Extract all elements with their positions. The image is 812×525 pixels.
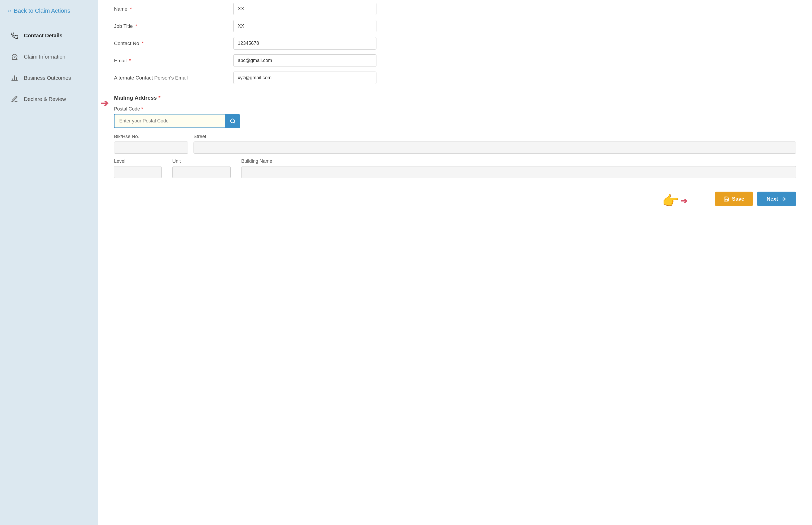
- sidebar-item-claim-information[interactable]: Claim Information: [2, 46, 96, 67]
- blk-field-group: Blk/Hse No.: [114, 134, 188, 154]
- chart-icon: [10, 73, 19, 82]
- contact-form: Name * Job Title * Contact No * Email: [114, 0, 796, 211]
- postal-required-star: *: [141, 106, 143, 111]
- contact-no-label: Contact No *: [114, 41, 228, 46]
- unit-label: Unit: [172, 159, 236, 164]
- job-title-input[interactable]: [233, 20, 377, 32]
- street-field-group: Street: [193, 134, 796, 154]
- back-label: Back to Claim Actions: [14, 7, 70, 14]
- next-button[interactable]: Next: [757, 192, 796, 206]
- sidebar-business-outcomes-label: Business Outcomes: [24, 75, 71, 81]
- sidebar: « Back to Claim Actions Contact Details …: [0, 0, 98, 525]
- level-label: Level: [114, 159, 167, 164]
- blk-label: Blk/Hse No.: [114, 134, 188, 139]
- name-label: Name *: [114, 6, 228, 12]
- svg-line-6: [234, 122, 235, 123]
- sidebar-item-contact-details[interactable]: Contact Details: [2, 25, 96, 46]
- name-input[interactable]: [233, 3, 377, 15]
- sidebar-item-business-outcomes[interactable]: Business Outcomes: [2, 68, 96, 88]
- sidebar-item-declare-review[interactable]: Declare & Review: [2, 89, 96, 109]
- job-title-row: Job Title *: [114, 20, 796, 32]
- phone-icon: [10, 31, 19, 40]
- name-row: Name *: [114, 3, 796, 15]
- bottom-action-bar: 👈 ➔ Save Next: [114, 192, 796, 211]
- building-label: Building Name: [241, 159, 796, 164]
- alt-email-label: Alternate Contact Person's Email: [114, 75, 228, 81]
- postal-search-button[interactable]: [225, 114, 240, 128]
- building-input[interactable]: [241, 166, 796, 178]
- street-input[interactable]: [193, 141, 796, 154]
- contact-no-required-star: *: [142, 41, 144, 46]
- next-label: Next: [767, 196, 778, 202]
- email-required-star: *: [129, 58, 131, 63]
- email-row: Email *: [114, 54, 796, 67]
- sidebar-contact-details-label: Contact Details: [24, 33, 62, 39]
- level-field-group: Level: [114, 159, 167, 178]
- name-required-star: *: [130, 6, 132, 12]
- unit-input[interactable]: [172, 166, 231, 178]
- job-title-label: Job Title *: [114, 23, 228, 29]
- mailing-required-star: *: [158, 95, 160, 101]
- unit-field-group: Unit: [172, 159, 236, 178]
- sidebar-claim-information-label: Claim Information: [24, 54, 65, 60]
- level-input[interactable]: [114, 166, 162, 178]
- svg-point-0: [14, 56, 15, 58]
- sidebar-declare-review-label: Declare & Review: [24, 96, 66, 102]
- level-unit-building-row: Level Unit Building Name: [114, 159, 796, 178]
- blk-street-row: Blk/Hse No. Street: [114, 134, 796, 154]
- save-button[interactable]: Save: [715, 192, 753, 206]
- alt-email-row: Alternate Contact Person's Email: [114, 72, 796, 84]
- mailing-address-heading: Mailing Address *: [114, 95, 796, 101]
- contact-no-row: Contact No *: [114, 37, 796, 49]
- email-label: Email *: [114, 58, 228, 64]
- piggy-bank-icon: [10, 52, 19, 61]
- email-input[interactable]: [233, 54, 377, 67]
- back-chevrons-icon: «: [8, 7, 11, 14]
- back-to-claim-actions-link[interactable]: « Back to Claim Actions: [0, 0, 98, 22]
- postal-code-row: [114, 114, 796, 128]
- save-label: Save: [732, 196, 744, 202]
- svg-point-5: [231, 119, 235, 123]
- contact-no-input[interactable]: [233, 37, 377, 49]
- postal-code-input[interactable]: [114, 114, 225, 128]
- building-field-group: Building Name: [241, 159, 796, 178]
- street-label: Street: [193, 134, 796, 139]
- job-title-required-star: *: [135, 23, 137, 29]
- blk-input[interactable]: [114, 141, 188, 154]
- postal-code-label: Postal Code *: [114, 106, 796, 112]
- sidebar-navigation: Contact Details Claim Information: [0, 22, 98, 112]
- alt-email-input[interactable]: [233, 72, 377, 84]
- main-content: Name * Job Title * Contact No * Email: [98, 0, 812, 525]
- pencil-icon: [10, 95, 19, 104]
